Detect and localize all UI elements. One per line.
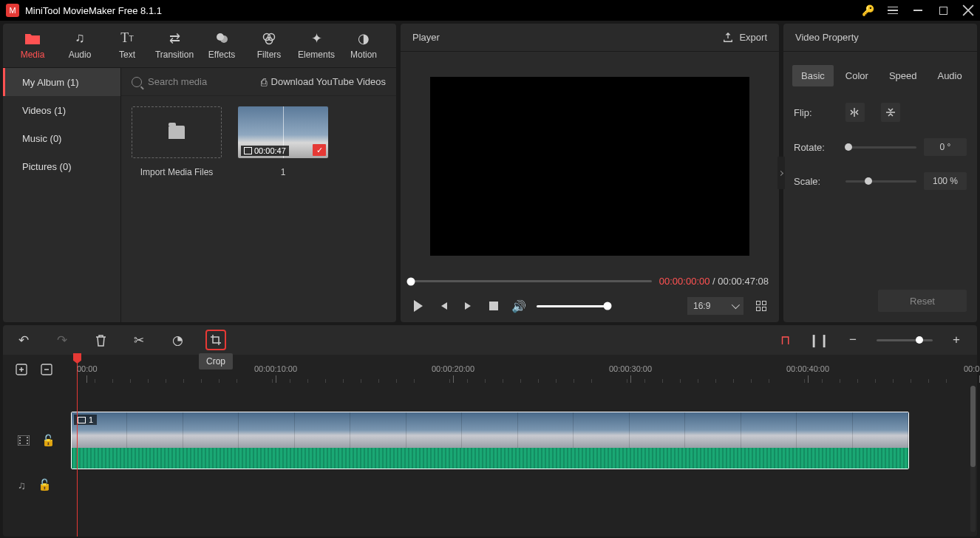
fullscreen-button[interactable] (754, 299, 769, 313)
lock-icon[interactable]: 🔓 (38, 478, 52, 491)
reset-button[interactable]: Reset (878, 290, 967, 312)
folder-icon (169, 126, 185, 139)
prop-tabs: Basic Color Speed Audio (783, 52, 977, 91)
split-button[interactable]: ✂ (129, 330, 149, 350)
zoom-slider[interactable] (877, 339, 933, 341)
close-button[interactable] (962, 4, 974, 16)
svg-rect-9 (19, 440, 21, 441)
svg-rect-10 (19, 443, 21, 444)
export-button[interactable]: Export (723, 32, 767, 43)
prev-frame-button[interactable] (436, 299, 451, 313)
volume-slider[interactable] (537, 305, 608, 307)
speed-button[interactable]: ◔ (167, 330, 188, 350)
redo-button[interactable]: ↷ (52, 330, 72, 350)
rotate-slider[interactable] (845, 146, 916, 149)
sparkle-icon: ✦ (311, 32, 322, 45)
rotate-value[interactable]: 0 ° (924, 138, 967, 156)
tab-audio[interactable]: ♫ Audio (56, 25, 103, 67)
check-icon: ✓ (313, 144, 326, 156)
filters-icon (262, 32, 276, 45)
tab-elements[interactable]: ✦ Elements (293, 25, 340, 67)
sidebar-item-music[interactable]: Music (0) (3, 124, 120, 152)
tab-effects[interactable]: Effects (198, 25, 245, 67)
prop-tab-audio[interactable]: Audio (928, 65, 970, 86)
timeline-clip-1[interactable]: 1 (71, 412, 909, 469)
prop-tab-speed[interactable]: Speed (880, 65, 926, 86)
transition-icon: ⇄ (169, 32, 180, 45)
video-preview[interactable] (430, 77, 749, 256)
sidebar-item-pictures[interactable]: Pictures (0) (3, 152, 120, 180)
video-track-icon (18, 435, 30, 446)
prop-tab-basic[interactable]: Basic (792, 65, 834, 86)
timeline-vscrollbar[interactable] (970, 386, 976, 532)
maximize-button[interactable] (937, 4, 949, 16)
app-title: MiniTool MovieMaker Free 8.1.1 (25, 5, 862, 16)
playhead[interactable] (77, 355, 78, 537)
magnet-button[interactable]: ⊓ (775, 330, 795, 350)
timeline: 00:0000:00:10:0000:00:20:0000:00:30:0000… (3, 355, 977, 537)
flip-vertical-button[interactable] (881, 103, 900, 122)
player-title: Player (412, 32, 723, 43)
svg-rect-8 (19, 437, 21, 438)
prop-tab-color[interactable]: Color (837, 65, 877, 86)
folder-icon (25, 32, 40, 45)
crop-tooltip: Crop (199, 353, 233, 370)
sidebar-item-myalbum[interactable]: My Album (1) (3, 68, 120, 96)
chevron-down-icon (732, 301, 740, 309)
tab-filters[interactable]: Filters (245, 25, 293, 67)
album-sidebar: My Album (1) Videos (1) Music (0) Pictur… (3, 68, 121, 322)
crop-button[interactable]: Crop (205, 330, 226, 350)
svg-rect-11 (27, 437, 28, 438)
seek-slider[interactable] (411, 280, 652, 282)
audio-track: ♫ 🔓 (3, 463, 977, 507)
remove-track-button[interactable] (38, 362, 55, 377)
delete-button[interactable] (90, 330, 111, 350)
minimize-button[interactable] (912, 4, 924, 16)
scale-value[interactable]: 100 % (924, 172, 967, 190)
volume-icon[interactable]: 🔊 (511, 299, 526, 313)
tab-text[interactable]: TT Text (103, 25, 151, 67)
toolbar-tabs: Media ♫ Audio TT Text ⇄ Transition Effec… (3, 24, 396, 68)
text-icon: TT (120, 32, 134, 45)
download-youtube-link[interactable]: ⎙ Download YouTube Videos (261, 76, 386, 88)
film-icon (244, 147, 252, 154)
tab-motion[interactable]: ◑ Motion (340, 25, 387, 67)
zoom-out-button[interactable]: − (843, 330, 863, 350)
titlebar: M MiniTool MovieMaker Free 8.1.1 🔑 (0, 0, 980, 21)
flip-horizontal-button[interactable] (845, 103, 865, 122)
player-panel: Player Export 00:00:00:00 / 00:00:47:08 … (401, 24, 779, 322)
scale-slider[interactable] (845, 180, 916, 183)
props-title: Video Property (783, 24, 977, 52)
add-track-button[interactable] (13, 362, 30, 377)
film-icon (78, 417, 86, 423)
export-icon (723, 33, 733, 43)
undo-button[interactable]: ↶ (13, 330, 34, 350)
key-icon[interactable]: 🔑 (862, 4, 874, 16)
next-frame-button[interactable] (461, 299, 476, 313)
left-panel: Media ♫ Audio TT Text ⇄ Transition Effec… (3, 24, 396, 322)
tab-media[interactable]: Media (9, 25, 56, 67)
timeline-toolbar: ↶ ↷ ✂ ◔ Crop ⊓ ❙❙ − + (3, 325, 977, 355)
flip-label: Flip: (794, 107, 845, 118)
menu-icon[interactable] (887, 4, 899, 16)
svg-rect-13 (27, 443, 28, 444)
import-media-button[interactable]: Import Media Files (132, 106, 222, 177)
props-panel: Video Property Basic Color Speed Audio F… (783, 24, 977, 322)
tab-transition[interactable]: ⇄ Transition (151, 25, 198, 67)
rotate-label: Rotate: (794, 142, 845, 153)
scale-label: Scale: (794, 176, 845, 187)
zoom-in-button[interactable]: + (946, 330, 967, 350)
collapse-handle[interactable] (777, 157, 785, 189)
svg-point-1 (220, 35, 228, 43)
motion-icon: ◑ (358, 32, 370, 45)
lock-icon[interactable]: 🔓 (41, 434, 55, 447)
media-clip-1[interactable]: 00:00:47 ✓ 1 (238, 106, 328, 177)
video-track: 🔓 1 (3, 418, 977, 463)
toggle-button[interactable]: ❙❙ (809, 330, 829, 350)
aspect-ratio-select[interactable]: 16:9 (687, 297, 743, 315)
timeline-ruler[interactable]: 00:0000:00:10:0000:00:20:0000:00:30:0000… (3, 355, 977, 383)
search-input[interactable]: Search media (132, 76, 261, 87)
play-button[interactable] (411, 299, 426, 313)
stop-button[interactable] (486, 299, 501, 313)
sidebar-item-videos[interactable]: Videos (1) (3, 96, 120, 124)
